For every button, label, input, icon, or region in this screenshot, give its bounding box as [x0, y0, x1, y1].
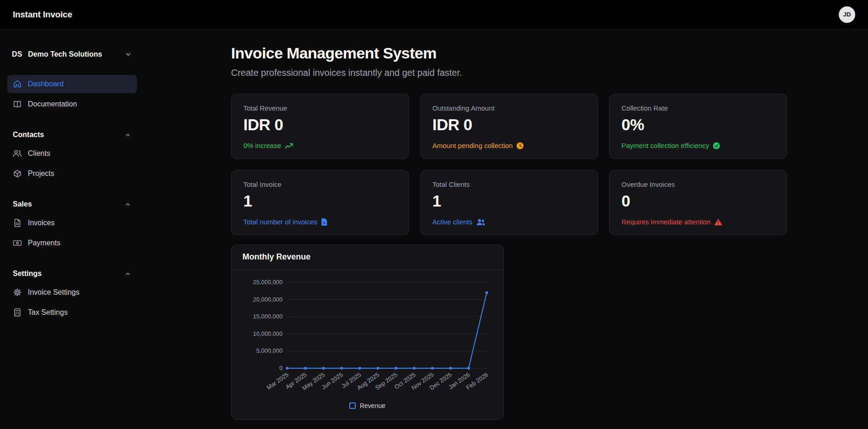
sidebar-item-payments[interactable]: Payments: [7, 234, 137, 252]
stat-value: 0%: [621, 116, 775, 134]
user-avatar[interactable]: JD: [839, 6, 855, 23]
package-icon: [13, 169, 22, 178]
legend-swatch: [349, 403, 356, 409]
sidebar-item-invoices[interactable]: Invoices: [7, 214, 137, 232]
sidebar-section-contacts-header[interactable]: Contacts: [7, 127, 137, 144]
stat-value: IDR 0: [243, 116, 397, 134]
stat-note-text: Requires immediate attention: [621, 218, 710, 226]
sidebar-item-label: Documentation: [28, 100, 77, 108]
chart-card-header: Monthly Revenue: [231, 245, 503, 270]
stat-note: Amount pending collection: [432, 142, 586, 149]
stat-note: Payment collection efficiency: [621, 142, 775, 149]
stats-grid: Total Revenue IDR 0 0% increase Outstand…: [231, 94, 787, 235]
book-open-icon: [13, 100, 22, 109]
stat-label: Overdue Invoices: [621, 180, 775, 188]
users-icon: [13, 149, 22, 158]
sidebar-nav: Dashboard Documentation Contacts: [7, 75, 137, 322]
sidebar-item-label: Invoices: [28, 219, 55, 227]
sidebar-item-projects[interactable]: Projects: [7, 164, 137, 183]
stat-note: Total number of invoices: [243, 218, 397, 226]
users-icon: [476, 218, 485, 226]
chevron-up-icon: [124, 131, 132, 138]
main-content: Invoice Management System Create profess…: [144, 29, 868, 429]
monthly-revenue-chart: 05,000,00010,000,00015,000,00020,000,000…: [240, 276, 494, 400]
calculator-icon: [13, 308, 22, 317]
svg-text:20,000,000: 20,000,000: [253, 296, 283, 303]
org-logo: DS: [12, 50, 22, 58]
svg-text:10,000,000: 10,000,000: [253, 330, 283, 337]
stat-card-total-invoice: Total Invoice 1 Total number of invoices: [231, 170, 409, 235]
chart-legend[interactable]: Revenue: [240, 400, 495, 414]
chart-body: 05,000,00010,000,00015,000,00020,000,000…: [231, 270, 503, 419]
app-brand[interactable]: Instant Invoice: [13, 10, 72, 20]
sidebar-item-label: Clients: [28, 149, 50, 158]
chevron-up-icon: [124, 270, 132, 277]
chart-title: Monthly Revenue: [242, 252, 492, 262]
gear-icon: [13, 288, 22, 297]
sidebar-section-settings: Settings Invoice Settings Tax Settings: [7, 266, 137, 322]
stat-value: 0: [621, 192, 775, 210]
stat-card-collection-rate: Collection Rate 0% Payment collection ef…: [609, 94, 787, 159]
stat-value: 1: [243, 192, 397, 210]
file-icon: [321, 218, 327, 226]
page-title: Invoice Management System: [231, 44, 868, 62]
trend-up-icon: [285, 143, 293, 149]
svg-text:25,000,000: 25,000,000: [253, 279, 283, 286]
svg-text:15,000,000: 15,000,000: [253, 313, 283, 320]
stat-note-text: 0% increase: [243, 142, 281, 149]
sidebar-section-contacts: Contacts Clients Projects: [7, 127, 137, 183]
banknote-icon: [13, 238, 22, 248]
page-subtitle: Create professional invoices instantly a…: [231, 68, 868, 78]
sidebar: DS Demo Tech Solutions Dashboard Documen…: [0, 29, 144, 429]
file-text-icon: [13, 218, 22, 228]
stat-note-text: Active clients: [432, 218, 473, 226]
sidebar-item-dashboard[interactable]: Dashboard: [7, 75, 137, 93]
stat-value: 1: [432, 192, 586, 210]
check-circle-icon: [713, 142, 720, 149]
sidebar-item-label: Dashboard: [28, 80, 63, 88]
section-label: Contacts: [13, 131, 44, 139]
sidebar-item-documentation[interactable]: Documentation: [7, 95, 137, 113]
org-name: Demo Tech Solutions: [28, 50, 102, 58]
stat-label: Total Revenue: [243, 104, 397, 112]
stat-card-overdue-invoices: Overdue Invoices 0 Requires immediate at…: [609, 170, 787, 235]
stat-note: 0% increase: [243, 142, 397, 149]
stat-label: Outstanding Amount: [432, 104, 586, 112]
chevron-down-icon: [124, 50, 132, 58]
topbar: Instant Invoice JD: [0, 0, 868, 29]
chevron-up-icon: [124, 201, 132, 208]
stat-card-total-revenue: Total Revenue IDR 0 0% increase: [231, 94, 409, 159]
stat-note-text: Payment collection efficiency: [621, 142, 709, 149]
sidebar-item-clients[interactable]: Clients: [7, 144, 137, 163]
home-icon: [13, 79, 22, 89]
section-label: Sales: [13, 200, 32, 208]
sidebar-item-label: Projects: [28, 169, 54, 178]
sidebar-item-tax-settings[interactable]: Tax Settings: [7, 303, 137, 322]
sidebar-item-label: Invoice Settings: [28, 288, 79, 297]
svg-text:5,000,000: 5,000,000: [256, 347, 283, 354]
monthly-revenue-card: Monthly Revenue 05,000,00010,000,00015,0…: [231, 244, 504, 420]
sidebar-item-label: Tax Settings: [28, 308, 68, 317]
stat-note: Active clients: [432, 218, 586, 226]
sidebar-item-invoice-settings[interactable]: Invoice Settings: [7, 283, 137, 302]
stat-label: Collection Rate: [621, 104, 775, 112]
section-label: Settings: [13, 270, 42, 278]
stat-note-text: Total number of invoices: [243, 218, 317, 226]
sidebar-item-label: Payments: [28, 239, 60, 247]
legend-label: Revenue: [360, 402, 385, 409]
stat-value: IDR 0: [432, 116, 586, 134]
stat-note: Requires immediate attention: [621, 218, 775, 226]
sidebar-section-sales: Sales Invoices Payments: [7, 196, 137, 252]
stat-card-total-clients: Total Clients 1 Active clients: [420, 170, 598, 235]
stat-note-text: Amount pending collection: [432, 142, 513, 149]
stat-label: Total Invoice: [243, 180, 397, 188]
sidebar-section-sales-header[interactable]: Sales: [7, 196, 137, 214]
clock-icon: [516, 142, 524, 149]
svg-text:0: 0: [279, 365, 283, 371]
sidebar-section-settings-header[interactable]: Settings: [7, 266, 137, 283]
stat-card-outstanding-amount: Outstanding Amount IDR 0 Amount pending …: [420, 94, 598, 159]
org-selector[interactable]: DS Demo Tech Solutions: [7, 48, 137, 60]
stat-label: Total Clients: [432, 180, 586, 188]
warning-icon: [714, 218, 722, 226]
